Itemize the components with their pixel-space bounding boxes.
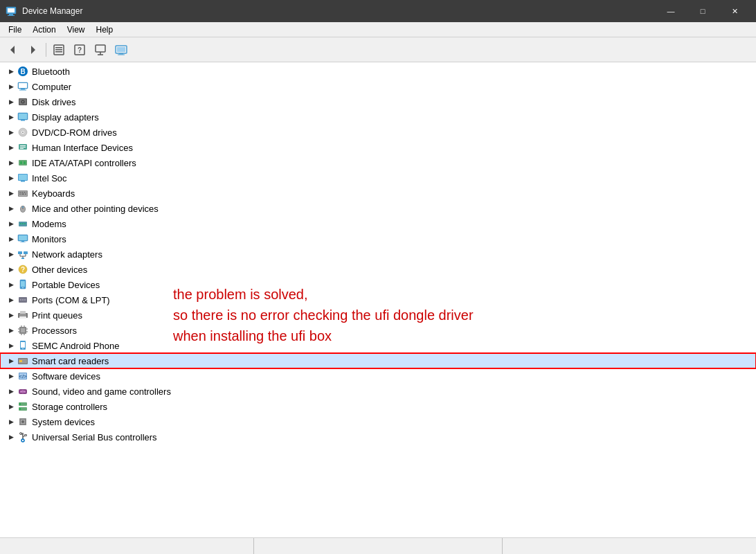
expand-arrow[interactable]: ▶ [6, 142, 17, 153]
device-label: System devices [32, 417, 95, 427]
tree-item[interactable]: ▶Smart card readers [0, 353, 756, 368]
window-controls[interactable]: — □ ✕ [655, 0, 750, 22]
maximize-button[interactable]: □ [687, 0, 719, 22]
expand-arrow[interactable]: ▶ [6, 81, 17, 92]
svg-rect-63 [19, 235, 27, 240]
tree-item[interactable]: ▶</>Software devices [0, 368, 756, 384]
expand-arrow[interactable]: ▶ [6, 188, 17, 199]
tree-item[interactable]: ▶Disk drives [0, 94, 756, 109]
expand-arrow[interactable]: ▶ [6, 294, 17, 305]
expand-arrow[interactable]: ▶ [6, 111, 17, 123]
svg-rect-51 [19, 194, 21, 195]
tree-item[interactable]: ▶Network adapters [0, 247, 756, 262]
expand-arrow[interactable]: ▶ [6, 203, 17, 214]
expand-arrow[interactable]: ▶ [6, 325, 17, 336]
device-label: Universal Serial Bus controllers [32, 432, 157, 443]
tree-item[interactable]: ▶SEMC Android Phone [0, 338, 756, 353]
device-icon [17, 339, 29, 352]
expand-arrow[interactable]: ▶ [6, 157, 17, 168]
expand-arrow[interactable]: ▶ [6, 416, 17, 427]
expand-arrow[interactable]: ▶ [6, 233, 17, 244]
tree-item[interactable]: ▶Display adapters [0, 109, 756, 125]
device-label: Mice and other pointing devices [32, 204, 159, 214]
minimize-button[interactable]: — [655, 0, 687, 22]
tree-item[interactable]: ▶Modems [0, 216, 756, 231]
tree-item[interactable]: ▶DVD/CD-ROM drives [0, 125, 756, 140]
svg-point-116 [21, 420, 24, 423]
tree-item[interactable]: ▶BBluetooth [0, 64, 756, 79]
tree-item[interactable]: ▶Sound, video and game controllers [0, 384, 756, 399]
svg-rect-44 [21, 181, 25, 182]
tree-item[interactable]: ▶Keyboards [0, 186, 756, 201]
properties-button[interactable] [49, 40, 69, 60]
svg-rect-121 [25, 435, 27, 436]
svg-rect-1 [8, 8, 15, 12]
app-icon [6, 6, 17, 17]
menu-file[interactable]: File [3, 24, 27, 36]
expand-arrow[interactable]: ▶ [6, 370, 17, 382]
tree-item[interactable]: ▶Storage controllers [0, 399, 756, 414]
tree-item[interactable]: ▶IDE ATA/ATAPI controllers [0, 155, 756, 170]
tree-item[interactable]: ▶Processors [0, 323, 756, 338]
svg-rect-43 [19, 175, 27, 180]
tree-item[interactable]: ▶Monitors [0, 231, 756, 247]
expand-arrow[interactable]: ▶ [6, 431, 17, 443]
tree-item[interactable]: ▶System devices [0, 414, 756, 429]
menu-action[interactable]: Action [27, 24, 61, 36]
tree-item[interactable]: ▶Mice and other pointing devices [0, 201, 756, 216]
device-icon [17, 278, 29, 291]
tree-item[interactable]: ▶Computer [0, 79, 756, 94]
expand-arrow[interactable]: ▶ [6, 66, 17, 77]
svg-rect-30 [19, 114, 27, 119]
menu-help[interactable]: Help [91, 24, 119, 36]
expand-arrow[interactable]: ▶ [6, 386, 17, 397]
tree-item[interactable]: ▶Human Interface Devices [0, 140, 756, 155]
device-label: Smart card readers [32, 356, 109, 366]
svg-rect-23 [21, 89, 25, 90]
device-label: Network adapters [32, 249, 102, 260]
expand-arrow[interactable]: ▶ [6, 355, 17, 366]
device-icon [17, 202, 29, 215]
tree-item[interactable]: ▶Ports (COM & LPT) [0, 292, 756, 307]
back-button[interactable] [3, 40, 22, 60]
svg-rect-113 [19, 408, 21, 410]
svg-rect-87 [21, 328, 25, 332]
svg-text:?: ? [78, 46, 82, 54]
tree-item[interactable]: ▶Intel Soc [0, 170, 756, 186]
expand-arrow[interactable]: ▶ [6, 401, 17, 412]
tree-item[interactable]: ▶Universal Serial Bus controllers [0, 429, 756, 445]
expand-arrow[interactable]: ▶ [6, 172, 17, 184]
tree-item[interactable]: ▶Print queues [0, 307, 756, 323]
svg-rect-109 [21, 391, 24, 392]
svg-rect-40 [20, 161, 22, 164]
svg-rect-37 [20, 147, 26, 148]
expand-arrow[interactable]: ▶ [6, 96, 17, 107]
close-button[interactable]: ✕ [719, 0, 750, 22]
expand-arrow[interactable]: ▶ [6, 340, 17, 351]
device-icon [17, 217, 29, 230]
device-icon [17, 141, 29, 154]
device-label: IDE ATA/ATAPI controllers [32, 158, 136, 168]
tree-item[interactable]: ▶Portable Devices [0, 277, 756, 292]
toolbar: ? [0, 37, 756, 62]
expand-arrow[interactable]: ▶ [6, 249, 17, 260]
expand-arrow[interactable]: ▶ [6, 264, 17, 275]
forward-button[interactable] [24, 40, 43, 60]
svg-rect-16 [117, 47, 125, 52]
expand-arrow[interactable]: ▶ [6, 310, 17, 321]
device-icon [17, 233, 29, 245]
expand-arrow[interactable]: ▶ [6, 218, 17, 229]
status-pane-3 [503, 538, 750, 554]
expand-arrow[interactable]: ▶ [6, 127, 17, 138]
device-tree[interactable]: ▶BBluetooth▶Computer▶Disk drives▶Display… [0, 62, 756, 537]
device-label: Keyboards [32, 188, 75, 199]
menu-view[interactable]: View [62, 24, 91, 36]
tree-item[interactable]: ▶?Other devices [0, 262, 756, 277]
help-button[interactable]: ? [70, 40, 89, 60]
computer-button[interactable] [111, 40, 131, 60]
device-label: Other devices [32, 265, 87, 275]
svg-rect-3 [8, 15, 15, 16]
device-icon [17, 157, 29, 169]
expand-arrow[interactable]: ▶ [6, 279, 17, 290]
update-driver-button[interactable] [91, 40, 110, 60]
